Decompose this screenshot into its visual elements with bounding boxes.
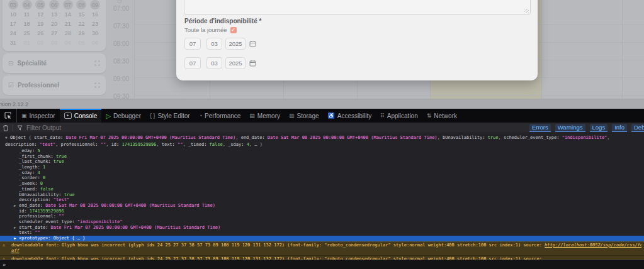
pick-element-button[interactable] (0, 109, 17, 123)
clear-console-button[interactable] (3, 124, 9, 131)
tab-network[interactable]: ⇅ Network (422, 109, 461, 123)
calendar-day[interactable]: 04 (63, 38, 73, 47)
tab-application[interactable]: ⠿ Application (376, 109, 422, 123)
console-object-preview: ▼Object { start_date: Date Fri Mar 07 20… (0, 133, 644, 148)
calendar-picker-icon[interactable] (249, 40, 256, 47)
expand-arrow-icon[interactable]: ▼ (5, 134, 10, 141)
tab-performance[interactable]: ◔ Performance (195, 109, 246, 123)
token: end_date: (241, 135, 268, 140)
object-property-row[interactable]: bUnavailability: true (0, 192, 644, 198)
tab-memory[interactable]: ▤ Memory (245, 109, 285, 123)
calendar-day[interactable]: 07 (63, 0, 73, 9)
end-year-field[interactable]: 2025 (225, 57, 246, 69)
filter-toggle-button[interactable]: Debug (631, 124, 644, 132)
tab-label: Performance (205, 113, 240, 119)
pick-element-icon (4, 112, 12, 119)
object-property-row[interactable]: _eday: 5 (0, 148, 644, 154)
description-textarea[interactable] (184, 0, 531, 15)
calendar-day[interactable]: 15 (76, 9, 86, 19)
start-year-field[interactable]: 2025 (225, 38, 246, 50)
token: true (488, 135, 499, 140)
object-property-row[interactable]: _sweek: 0 (0, 181, 644, 187)
object-property-row[interactable]: _timed: false (0, 187, 644, 192)
calendar-day[interactable]: 03 (8, 0, 18, 9)
calendar-day[interactable]: 23 (90, 19, 100, 28)
calendar-day[interactable]: 10 (8, 9, 18, 19)
object-property-row[interactable]: scheduler_event_type: "indisponibilite" (0, 219, 644, 225)
object-property-row[interactable]: ▶end_date: Date Sat Mar 08 2025 00:00:00… (0, 203, 644, 209)
calendar-day[interactable]: 02 (35, 38, 45, 47)
allday-checkbox[interactable]: ✓ (230, 27, 237, 33)
calendar-day[interactable]: 08 (76, 0, 86, 9)
calendar-day[interactable]: 14 (63, 9, 73, 19)
tab-accessibility[interactable]: ♿ Accessibility (324, 109, 376, 123)
calendar-day[interactable]: 30 (90, 28, 100, 38)
end-month-field[interactable]: 03 (206, 57, 222, 69)
sidebar-section-professionnel[interactable]: ☑ Professionnel (3, 75, 106, 95)
calendar-day[interactable]: 05 (76, 38, 86, 47)
object-property-row[interactable]: _length: 1 (0, 165, 644, 170)
calendar-day[interactable]: 28 (63, 28, 73, 38)
calendar-day[interactable]: 06 (90, 38, 100, 47)
sidebar-section-specialite[interactable]: ⊟ Spécialité (3, 53, 106, 73)
calendar-day[interactable]: 13 (49, 9, 59, 19)
calendar-day[interactable]: 25 (22, 28, 32, 38)
calendar-day[interactable]: 29 (76, 28, 86, 38)
filter-toggle-button[interactable]: Info (612, 124, 627, 132)
object-property-row[interactable]: professionnel: "" (0, 214, 644, 219)
end-day-field[interactable]: 07 (184, 57, 201, 69)
calendar-day[interactable]: 09 (90, 0, 100, 9)
start-month-field[interactable]: 03 (206, 38, 222, 50)
warning-source-link[interactable]: http://localhost:8052/ssp/code/css/fonts… (545, 243, 641, 248)
calendar-day[interactable]: 06 (49, 0, 59, 9)
tab-label: Inspector (30, 113, 55, 119)
filter-toggle-button[interactable]: Warnings (555, 124, 585, 132)
object-property-row[interactable]: _sday: 4 (0, 170, 644, 176)
calendar-day[interactable]: 27 (49, 28, 59, 38)
object-property-row[interactable]: _first_chunk: true (0, 154, 644, 160)
calendar-day[interactable]: 03 (49, 38, 59, 47)
filter-output-input[interactable] (26, 124, 215, 131)
object-property-row[interactable]: _sorder: 0 (0, 175, 644, 181)
expand-arrow-icon[interactable]: ▶ (14, 236, 19, 241)
application-icon: ⠿ (380, 113, 385, 119)
tab-inspector[interactable]: ▣ Inspector (17, 109, 60, 123)
start-day-field[interactable]: 07 (184, 38, 201, 50)
object-property-row[interactable]: _last_chunk: true (0, 159, 644, 165)
calendar-day[interactable]: 04 (22, 0, 32, 9)
object-property-row[interactable]: description: "test" (0, 197, 644, 203)
calendar-day[interactable]: 17 (8, 19, 18, 28)
calendar-day[interactable]: 11 (22, 9, 32, 19)
calendar-day[interactable]: 12 (35, 9, 45, 19)
expand-arrow-icon[interactable]: ▶ (14, 225, 19, 231)
calendar-day[interactable]: 31 (8, 38, 18, 47)
calendar-day[interactable]: 24 (8, 28, 18, 38)
expand-icon[interactable] (94, 82, 100, 88)
calendar-day[interactable]: 19 (35, 19, 45, 28)
calendar-day[interactable]: 22 (76, 19, 86, 28)
filter-toggle-button[interactable]: Errors (529, 124, 551, 132)
object-property-row[interactable]: text: "" (0, 230, 644, 236)
calendar-day[interactable]: 05 (35, 0, 45, 9)
tab-console[interactable]: ▸ Console (60, 109, 102, 123)
calendar-day[interactable]: 18 (22, 19, 32, 28)
calendar-day[interactable]: 20 (49, 19, 59, 28)
token: "test" (40, 142, 55, 147)
warning-source-link-wrap[interactable]: off (11, 248, 20, 253)
object-property-row[interactable]: ▶start_date: Date Fri Mar 07 2025 00:00:… (0, 225, 644, 231)
console-filter-bar: Errors Warnings Logs Info Debug (0, 123, 644, 133)
calendar-day[interactable]: 01 (22, 38, 32, 47)
calendar-picker-icon[interactable] (249, 60, 256, 67)
expand-arrow-icon[interactable]: ▶ (14, 203, 19, 209)
expand-icon[interactable] (94, 60, 100, 66)
tab-debugger[interactable]: ▷ Debugger (101, 109, 145, 123)
tab-style-editor[interactable]: { } Style Editor (145, 109, 195, 123)
filter-toggle-button[interactable]: Logs (590, 124, 608, 132)
calendar-day[interactable]: 21 (63, 19, 73, 28)
console-input[interactable]: » (0, 260, 644, 269)
object-property-row[interactable]: id: 1741359529896 (0, 209, 644, 214)
tab-storage[interactable]: ▥ Storage (285, 109, 324, 123)
calendar-day[interactable]: 26 (35, 28, 45, 38)
object-property-row[interactable]: ▶<prototype>: Object { … } (0, 236, 644, 241)
calendar-day[interactable]: 16 (90, 9, 100, 19)
